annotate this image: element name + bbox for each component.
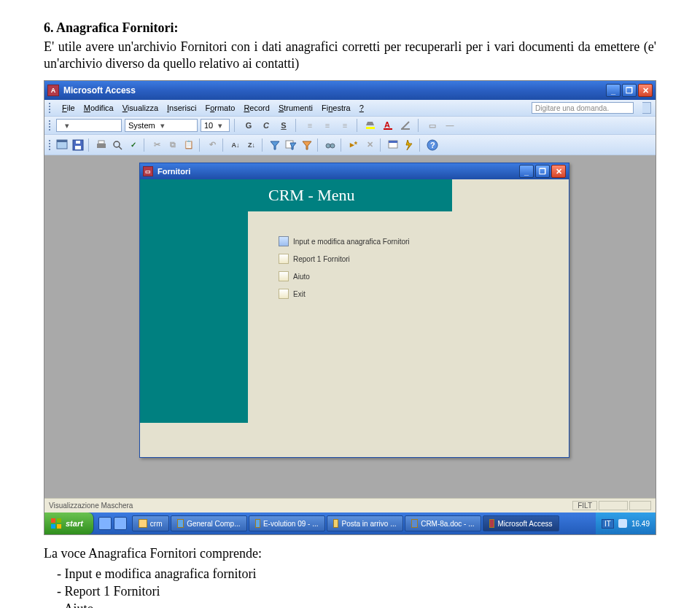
teal-side-pane [140,179,248,423]
line-color-button[interactable] [399,118,413,133]
copy-button[interactable]: ⧉ [166,138,180,152]
maximize-button[interactable]: ❐ [622,84,637,97]
status-cell-filt: FILT [572,501,597,510]
svg-rect-7 [75,146,81,149]
sort-asc-button[interactable]: A↓ [228,138,243,152]
close-button[interactable]: ✕ [638,84,653,97]
inner-minimize-button[interactable]: _ [519,165,534,178]
separator-icon [317,139,320,152]
save-button[interactable] [71,138,85,152]
doc-list-intro: La voce Anagrafica Fornitori comprende: [44,545,656,562]
font-name-combo[interactable]: System▾ [125,119,198,132]
quicklaunch-desktop-icon[interactable] [114,517,127,530]
filter-selection-button[interactable] [268,138,282,152]
menu-help[interactable]: ? [359,104,364,112]
svg-rect-5 [57,140,67,142]
lightning-icon [403,139,415,151]
taskbar-item-evolution[interactable]: E-volution 09 - ... [249,515,325,531]
doc-paragraph-1: E' utile avere un'archivio Fornitori con… [44,39,656,71]
paste-button[interactable]: 📋 [182,138,196,152]
help-button[interactable]: ? [425,138,440,152]
bold-button[interactable]: G [241,118,256,133]
minimize-button[interactable]: _ [606,84,621,97]
menubar: File Modifica Visualizza Inserisci Forma… [44,100,656,116]
taskbar-item-crm[interactable]: crm [132,515,169,531]
effects-button[interactable]: — [443,118,457,133]
apply-filter-button[interactable] [300,138,314,152]
fill-color-button[interactable] [364,118,378,133]
sort-desc-button[interactable]: Z↓ [244,138,259,152]
font-color-button[interactable]: A [381,118,396,133]
cut-button[interactable]: ✂ [149,138,164,152]
tray-icon[interactable] [618,519,627,528]
taskbar-item-access[interactable]: Microsoft Access [483,515,559,531]
align-right-button[interactable]: ≡ [338,118,352,133]
menu-strumenti[interactable]: Strumenti [279,104,313,112]
object-combo[interactable]: ▾ [56,119,122,132]
inner-titlebar: ▭ Fornitori _ ❐ ✕ [140,163,569,179]
list-item: Aiuto [71,600,656,608]
menu-item-aiuto[interactable]: Aiuto [279,271,410,281]
list-item: Report 1 Fornitori [71,582,656,600]
app-titlebar: A Microsoft Access _ ❐ ✕ [44,81,656,100]
menu-file[interactable]: File [62,104,75,112]
italic-button[interactable]: C [259,118,273,133]
inner-body: CRM - Menu Input e modifica anagrafica F… [140,179,569,457]
menu-modifica[interactable]: Modifica [84,104,114,112]
list-item: Input e modifica anagrafica fornitori [71,565,656,582]
align-center-button[interactable]: ≡ [320,118,335,133]
menu-item-exit[interactable]: Exit [279,289,410,299]
app-title: Microsoft Access [63,85,604,96]
menu-visualizza[interactable]: Visualizza [122,104,158,112]
status-cell-empty [599,501,628,510]
help-icon: ? [427,139,438,151]
language-indicator[interactable]: IT [602,519,614,529]
svg-rect-21 [57,518,61,523]
new-record-button[interactable]: ▸* [346,138,361,152]
separator-icon [222,139,225,152]
form-icon: ▭ [143,166,153,176]
help-search-dropdown[interactable] [642,102,651,114]
menu-finestra[interactable]: Finestra [322,104,351,112]
taskbar-item-general[interactable]: General Comp... [171,515,247,531]
menu-item-label: Aiuto [293,273,310,281]
filter-form-button[interactable] [284,138,298,152]
help-search-input[interactable]: Digitare una domanda. [532,102,634,114]
grip-icon[interactable] [49,120,53,130]
font-name-value: System [128,121,155,130]
print-button[interactable] [94,138,109,152]
menu-record[interactable]: Record [244,104,269,112]
report-item-icon [279,254,289,264]
menu-item-input-modifica[interactable]: Input e modifica anagrafica Fornitori [279,236,410,246]
grip-icon[interactable] [49,103,53,113]
view-button[interactable] [55,138,69,152]
border-button[interactable]: ▭ [425,118,440,133]
quicklaunch-ie-icon[interactable] [98,517,112,530]
find-button[interactable] [323,138,338,152]
align-left-button[interactable]: ≡ [303,118,317,133]
start-label: start [66,519,83,528]
font-size-value: 10 [204,121,213,130]
menu-inserisci[interactable]: Inserisci [167,104,196,112]
screenshot-window: A Microsoft Access _ ❐ ✕ File Modifica V… [44,80,656,535]
font-size-combo[interactable]: 10▾ [201,119,230,132]
undo-button[interactable]: ↶ [205,138,219,152]
grip-icon[interactable] [49,140,53,150]
preview-button[interactable] [110,138,125,152]
taskbar-item-word[interactable]: CRM-8a.doc - ... [405,515,481,531]
doc-heading: 6. Anagrafica Fornitori: [44,20,656,36]
inner-maximize-button[interactable]: ❐ [535,165,550,178]
taskbar-item-posta[interactable]: Posta in arrivo ... [327,515,403,531]
new-object-button[interactable] [402,138,416,152]
menu-formato[interactable]: Formato [205,104,235,112]
db-window-button[interactable] [386,138,400,152]
delete-record-button[interactable]: ✕ [362,138,377,152]
inner-close-button[interactable]: ✕ [551,165,566,178]
start-button[interactable]: start [44,512,94,534]
spellcheck-button[interactable]: ✓ [126,138,141,152]
ie-icon [255,519,260,528]
separator-icon [88,139,91,152]
menu-item-report[interactable]: Report 1 Fornitori [279,254,410,264]
underline-button[interactable]: S [276,118,291,133]
status-bar: Visualizzazione Maschera FILT [44,498,656,512]
